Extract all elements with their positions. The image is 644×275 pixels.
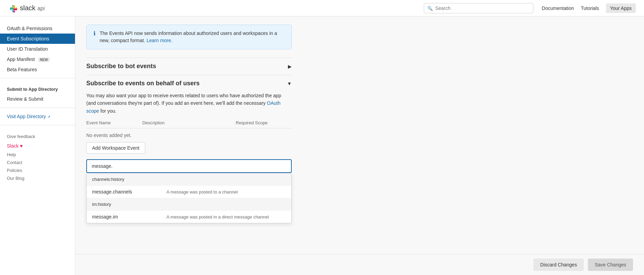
sidebar-item-oauth-permissions[interactable]: OAuth & Permissions — [0, 23, 75, 34]
dropdown-item-message-im[interactable]: message.im A message was posted in a dir… — [87, 211, 291, 223]
search-container: 🔍 — [424, 3, 533, 13]
logo-text: slack api — [20, 4, 45, 12]
bottom-bar: Discard Changes Save Changes — [75, 254, 644, 275]
sidebar-divider-3 — [0, 125, 75, 125]
nav-documentation[interactable]: Documentation — [542, 5, 574, 11]
sidebar-divider — [0, 78, 75, 78]
sidebar-contact[interactable]: Contact — [0, 159, 75, 166]
layout: OAuth & Permissions Event Subscriptions … — [0, 16, 644, 275]
learn-more-link[interactable]: Learn more. — [147, 38, 172, 43]
info-icon: ℹ — [93, 30, 96, 37]
col-header-description: Description — [142, 120, 236, 125]
search-icon: 🔍 — [427, 5, 433, 11]
user-events-section: Subscribe to events on behalf of users ▼… — [86, 75, 292, 229]
event-dropdown: channels:history message.channels A mess… — [86, 173, 292, 223]
sidebar-visit-app-directory[interactable]: Visit App Directory ↗ — [0, 111, 75, 122]
info-banner: ℹ The Events API now sends information a… — [86, 25, 292, 49]
user-events-header[interactable]: Subscribe to events on behalf of users ▼ — [86, 75, 292, 92]
sidebar: OAuth & Permissions Event Subscriptions … — [0, 16, 75, 275]
search-input[interactable] — [424, 3, 533, 13]
logo: slack api — [8, 3, 45, 13]
main-content: ℹ The Events API now sends information a… — [75, 16, 644, 275]
feedback-section: Give feedback — [0, 129, 75, 141]
info-text: The Events API now sends information abo… — [100, 30, 285, 44]
bot-events-arrow-icon: ▶ — [288, 64, 292, 69]
bot-events-section-header[interactable]: Subscribe to bot events ▶ — [86, 58, 292, 75]
col-header-required-scope: Required Scope — [236, 120, 292, 125]
slack-heart: Slack ♥ — [0, 141, 75, 151]
no-events-text: No events added yet. — [86, 128, 292, 142]
nav-links: Documentation Tutorials Your Apps — [542, 3, 636, 13]
add-workspace-event-button[interactable]: Add Workspace Event — [86, 142, 145, 154]
events-table-header: Event Name Description Required Scope — [86, 120, 292, 128]
slack-logo-icon — [8, 3, 18, 13]
sidebar-our-blog[interactable]: Our Blog — [0, 174, 75, 182]
discard-changes-button[interactable]: Discard Changes — [533, 259, 584, 271]
event-search-input[interactable] — [86, 159, 292, 173]
external-link-icon: ↗ — [47, 115, 50, 119]
submit-section-title: Submit to App Directory — [0, 82, 75, 94]
dropdown-header-channels-history: channels:history — [87, 173, 291, 186]
dropdown-item-message-channels[interactable]: message.channels A message was posted to… — [87, 186, 291, 198]
nav-tutorials[interactable]: Tutorials — [581, 5, 599, 11]
sidebar-item-app-manifest[interactable]: App Manifest NEW — [0, 54, 75, 64]
sidebar-divider-2 — [0, 108, 75, 108]
sidebar-help[interactable]: Help — [0, 151, 75, 159]
sidebar-item-beta-features[interactable]: Beta Features — [0, 64, 75, 75]
top-navigation: slack api 🔍 Documentation Tutorials Your… — [0, 0, 644, 16]
new-badge: NEW — [38, 58, 50, 62]
sidebar-policies[interactable]: Policies — [0, 166, 75, 174]
bot-events-title: Subscribe to bot events — [86, 63, 156, 70]
feedback-label: Give feedback — [7, 134, 35, 139]
nav-your-apps[interactable]: Your Apps — [606, 3, 636, 13]
col-header-event-name: Event Name — [86, 120, 142, 125]
user-events-body: You may also want your app to receive ev… — [86, 92, 292, 229]
user-events-title: Subscribe to events on behalf of users — [86, 80, 200, 87]
user-events-arrow-icon: ▼ — [287, 81, 292, 86]
save-changes-button[interactable]: Save Changes — [588, 259, 633, 271]
dropdown-header-im-history: im:history — [87, 198, 291, 211]
sidebar-item-user-id-translation[interactable]: User ID Translation — [0, 44, 75, 54]
sidebar-item-event-subscriptions[interactable]: Event Subscriptions — [0, 34, 75, 44]
sidebar-item-review-submit[interactable]: Review & Submit — [0, 94, 75, 104]
user-events-description: You may also want your app to receive ev… — [86, 92, 292, 115]
